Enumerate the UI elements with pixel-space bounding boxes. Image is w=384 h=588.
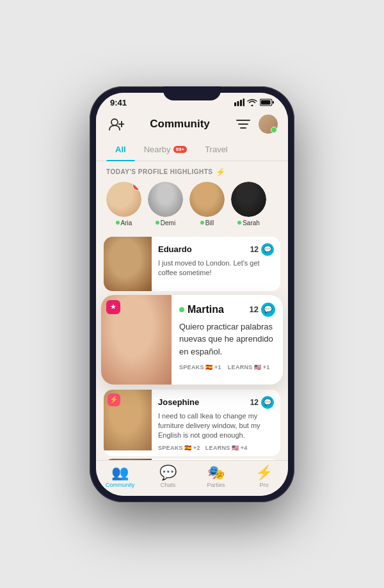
user-card-josephine[interactable]: ⚡ Josephine 12 💬 I need to call Ikea to …	[104, 390, 280, 456]
online-dot	[156, 221, 159, 225]
lightning-badge-josephine: ⚡	[108, 393, 120, 406]
highlights-section-header: TODAY'S PROFILE HIGHLIGHTS ⚡	[96, 161, 288, 182]
svg-point-7	[111, 119, 118, 125]
online-dot	[200, 221, 204, 225]
svg-rect-3	[243, 99, 245, 106]
chat-icon[interactable]: 💬	[261, 243, 274, 256]
user-name-eduardo: Eduardo	[158, 244, 192, 254]
highlight-aria[interactable]: ✕ Aria	[106, 182, 141, 226]
highlight-bill[interactable]: Bill	[189, 182, 225, 226]
bottom-nav: 👥 Community 💬 Chats 🎭 Parties ⚡ Pro	[96, 460, 288, 496]
page-title: Community	[150, 118, 210, 131]
svg-rect-2	[240, 100, 242, 106]
svg-rect-5	[261, 100, 271, 105]
user-name-josephine: Josephine	[158, 397, 199, 407]
user-name-martina: Martina	[188, 304, 224, 315]
highlights-title: TODAY'S PROFILE HIGHLIGHTS	[106, 168, 213, 175]
user-text-eduardo: I just moved to London. Let's get coffee…	[158, 258, 274, 278]
svg-rect-0	[234, 102, 236, 106]
svg-rect-6	[273, 101, 274, 104]
josephine-langs: SPEAKS 🇪🇸 +2 LEARNS 🇺🇸 +4	[158, 445, 274, 451]
battery-icon	[260, 99, 274, 106]
online-dot	[237, 221, 241, 225]
chat-icon-josephine[interactable]: 💬	[261, 396, 274, 409]
online-dot-martina	[179, 307, 184, 312]
avatar-aria: ✕	[106, 182, 141, 217]
svg-rect-1	[237, 101, 239, 106]
tab-nearby[interactable]: Nearby 99+	[135, 139, 196, 161]
user-text-josephine: I need to call Ikea to change my furnitu…	[158, 411, 274, 441]
community-icon: 👥	[111, 466, 129, 480]
wifi-icon	[247, 99, 257, 106]
nav-community[interactable]: 👥 Community	[96, 466, 144, 488]
learns-flag-josephine: 🇺🇸 +4	[232, 445, 248, 451]
user-card-martina[interactable]: ★ Martina 12 💬 Quiero practic	[101, 295, 283, 385]
nav-chats[interactable]: 💬 Chats	[144, 466, 192, 488]
tabs-row: All Nearby 99+ Travel	[96, 139, 288, 161]
avatar-sarah	[231, 182, 266, 217]
highlights-row: ✕ Aria Demi	[96, 182, 288, 234]
filter-button[interactable]	[233, 114, 253, 134]
tab-travel[interactable]: Travel	[196, 139, 237, 161]
close-icon[interactable]: ✕	[132, 182, 141, 191]
nav-parties-label: Parties	[207, 482, 225, 488]
content-scroll[interactable]: TODAY'S PROFILE HIGHLIGHTS ⚡ ✕ Aria	[96, 161, 288, 460]
my-avatar[interactable]	[259, 115, 278, 134]
tab-all[interactable]: All	[106, 139, 135, 161]
status-icons	[234, 99, 274, 106]
phone-screen: 9:41	[96, 93, 288, 496]
nav-pro-label: Pro	[259, 482, 268, 488]
highlight-demi[interactable]: Demi	[148, 182, 183, 226]
add-user-button[interactable]	[106, 114, 127, 134]
nearby-badge: 99+	[173, 146, 188, 153]
lightning-icon: ⚡	[216, 168, 225, 177]
nav-pro[interactable]: ⚡ Pro	[240, 466, 288, 488]
online-dot	[116, 221, 120, 225]
parties-icon: 🎭	[207, 466, 225, 480]
status-time: 9:41	[110, 98, 127, 107]
martina-langs: SPEAKS 🇪🇸 +1 LEARNS 🇺🇸 +1	[179, 364, 275, 370]
user-text-martina: Quiero practicar palabras nuevas que he …	[179, 321, 275, 358]
chats-icon: 💬	[159, 466, 177, 480]
speaks-flag-josephine: 🇪🇸 +2	[184, 445, 200, 451]
learns-flag-martina: 🇺🇸 +1	[254, 364, 270, 370]
chat-icon-martina[interactable]: 💬	[261, 303, 275, 317]
speaks-flag-martina: 🇪🇸 +1	[205, 364, 221, 370]
phone-frame: 9:41	[90, 86, 294, 502]
signal-icon	[234, 99, 244, 106]
nav-parties[interactable]: 🎭 Parties	[192, 466, 240, 488]
nav-chats-label: Chats	[161, 482, 176, 488]
avatar-bill	[189, 182, 225, 217]
highlight-sarah[interactable]: Sarah	[231, 182, 266, 226]
app-header: Community	[96, 110, 288, 139]
phone-notch	[163, 86, 221, 100]
avatar-demi	[148, 182, 183, 217]
pro-icon: ⚡	[255, 466, 273, 480]
nav-community-label: Community	[106, 482, 135, 488]
star-badge-icon: ★	[106, 300, 120, 314]
user-card-eduardo[interactable]: Eduardo 12 💬 I just moved to London. Let…	[104, 237, 280, 291]
